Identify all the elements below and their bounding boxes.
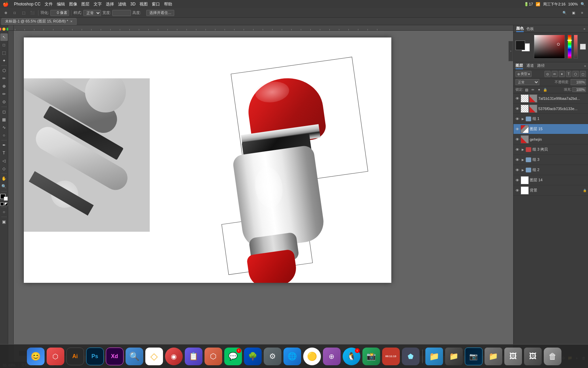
- hue-bar[interactable]: [568, 35, 572, 59]
- menu-window[interactable]: 窗口: [152, 1, 160, 7]
- layer-visibility-537[interactable]: 👁: [515, 106, 520, 111]
- dock-launchpad[interactable]: ⬡: [47, 348, 64, 365]
- blend-mode-select[interactable]: 正常: [516, 79, 539, 85]
- move-tool-btn[interactable]: ⊕: [2, 10, 10, 16]
- tool-btn-2[interactable]: ⬚: [20, 10, 27, 16]
- tool-dodge[interactable]: ○: [0, 132, 8, 139]
- dock-vpn[interactable]: ⊕: [323, 348, 341, 365]
- feather-input[interactable]: [50, 10, 69, 16]
- tool-text[interactable]: T: [0, 149, 8, 157]
- color-indicator[interactable]: [557, 43, 560, 46]
- channels-tab[interactable]: 通道: [526, 63, 534, 69]
- close-btn[interactable]: [0, 28, 1, 31]
- tool-erase[interactable]: ◻: [0, 108, 8, 116]
- layer-item-group2[interactable]: 👁 ▶ 组 2: [513, 165, 588, 175]
- menu-text[interactable]: 文字: [94, 1, 102, 7]
- style-select[interactable]: 正常: [83, 10, 101, 16]
- dock-folder-3[interactable]: 📁: [485, 348, 502, 365]
- dock-timer[interactable]: 00:11:13: [382, 348, 400, 365]
- tool-btn-3[interactable]: ⬛: [29, 10, 36, 16]
- color-panel-menu[interactable]: ≡: [584, 27, 585, 31]
- layer-item-537[interactable]: 👁 5376f0acb735cb133e...: [513, 104, 588, 114]
- dock-sourcetree[interactable]: 🌳: [244, 348, 262, 365]
- dock-img-2[interactable]: 🖼: [524, 348, 542, 365]
- tool-btn-1[interactable]: □: [11, 10, 18, 16]
- dock-img-1[interactable]: 🖼: [504, 348, 522, 365]
- icon-filter-5[interactable]: ⬡: [572, 71, 579, 77]
- dock-electron[interactable]: ⬟: [402, 348, 420, 365]
- layer-visibility-group2[interactable]: 👁: [515, 168, 520, 172]
- layer-item-group3copy[interactable]: 👁 ▶ 组 3 拷贝: [513, 144, 588, 155]
- filter-kind-btn[interactable]: ⊕ 类型 ▾: [516, 71, 532, 77]
- search-icon[interactable]: 🔍: [581, 2, 585, 6]
- fill-input[interactable]: [572, 87, 586, 92]
- menu-3d[interactable]: 3D: [130, 2, 135, 6]
- arrange-btn[interactable]: ▣: [570, 10, 577, 16]
- dock-folder-1[interactable]: 📁: [425, 348, 443, 365]
- dock-hex-app[interactable]: ⬡: [205, 348, 222, 365]
- tool-blur[interactable]: ∿: [0, 124, 8, 131]
- dock-finder[interactable]: 😊: [27, 348, 45, 365]
- more-btn[interactable]: ≡: [578, 10, 586, 16]
- layer-item-group1[interactable]: 👁 ▶ 组 1: [513, 114, 588, 124]
- tool-eyedropper[interactable]: ✏: [0, 75, 8, 82]
- doc-tab-main[interactable]: 未标题-1 @ 65.5% (图层 15, RGB/8) * ✕: [1, 18, 77, 25]
- icon-filter-4[interactable]: T: [566, 71, 571, 77]
- tool-heal[interactable]: ⊕: [0, 82, 8, 90]
- dock-photoshop[interactable]: Ps: [86, 348, 104, 365]
- layer-visibility-14[interactable]: 👁: [515, 178, 520, 183]
- apple-menu[interactable]: 🍎: [3, 1, 9, 7]
- layer-visibility-gehejin[interactable]: 👁: [515, 137, 520, 142]
- tool-screen-mode[interactable]: ▣: [0, 218, 8, 226]
- tool-gradient[interactable]: ▦: [0, 116, 8, 123]
- layer-visibility-bg[interactable]: 👁: [515, 188, 520, 193]
- tool-move[interactable]: ↖: [0, 33, 8, 41]
- switch-colors-btn[interactable]: [0, 202, 4, 206]
- width-input[interactable]: [112, 10, 131, 16]
- select-mask-btn[interactable]: 选择并遮住...: [146, 10, 174, 16]
- tool-magic-wand[interactable]: ✦: [0, 57, 8, 64]
- menu-select[interactable]: 选择: [106, 1, 114, 7]
- layer-visibility-7af[interactable]: 👁: [515, 96, 520, 101]
- search-toolbar-btn[interactable]: 🔍: [561, 10, 568, 16]
- dock-xd[interactable]: Xd: [106, 348, 124, 365]
- dock-sketch[interactable]: ◇: [145, 348, 163, 365]
- dock-greenshot[interactable]: 📸: [362, 348, 380, 365]
- layer-visibility-group3[interactable]: 👁: [515, 157, 520, 162]
- menu-help[interactable]: 帮助: [164, 1, 172, 7]
- layers-tab[interactable]: 图层: [516, 63, 523, 69]
- default-colors-btn[interactable]: [4, 202, 8, 206]
- canvas-area[interactable]: 1300140015001600170018001900200021002200…: [8, 25, 513, 362]
- layer-visibility-group1[interactable]: 👁: [515, 117, 520, 121]
- dock-clipboard[interactable]: 📋: [185, 348, 202, 365]
- lock-all-btn[interactable]: 🔒: [542, 87, 548, 92]
- opacity-input[interactable]: [571, 79, 586, 85]
- tool-lasso[interactable]: ⬚: [0, 49, 8, 57]
- swatches-tab[interactable]: 色板: [526, 26, 534, 31]
- menu-image[interactable]: 图像: [69, 1, 77, 7]
- alpha-bar[interactable]: [574, 35, 578, 59]
- fg-bg-colors[interactable]: [0, 194, 8, 201]
- color-gradient[interactable]: [534, 35, 565, 59]
- paths-tab[interactable]: 路径: [537, 63, 545, 69]
- dock-browser[interactable]: 🌐: [283, 348, 301, 365]
- tool-select-rect[interactable]: □: [0, 41, 8, 49]
- group-arrow-3copy[interactable]: ▶: [521, 148, 525, 152]
- dock-app-red[interactable]: ◉: [165, 348, 183, 365]
- dock-search[interactable]: 🔍: [126, 348, 143, 365]
- menu-edit[interactable]: 编辑: [57, 1, 65, 7]
- icon-filter-6[interactable]: ◻: [580, 71, 586, 77]
- layer-item-15[interactable]: 👁 图层 15: [513, 124, 588, 134]
- tool-clone[interactable]: ⊙: [0, 98, 8, 106]
- color-tab[interactable]: 颜色: [516, 26, 524, 32]
- group-arrow-2[interactable]: ▶: [521, 168, 525, 172]
- background-color[interactable]: [4, 197, 8, 201]
- tool-path-select[interactable]: ◁: [0, 157, 8, 165]
- tool-zoom[interactable]: 🔍: [0, 183, 8, 190]
- foreground-swatch[interactable]: [516, 41, 525, 50]
- tool-pen[interactable]: ✒: [0, 141, 8, 149]
- layer-item-bg[interactable]: 👁 背景 🔒: [513, 185, 588, 196]
- menu-view[interactable]: 视图: [140, 1, 148, 7]
- menu-filter[interactable]: 滤镜: [118, 1, 126, 7]
- menu-layer[interactable]: 图层: [81, 1, 89, 7]
